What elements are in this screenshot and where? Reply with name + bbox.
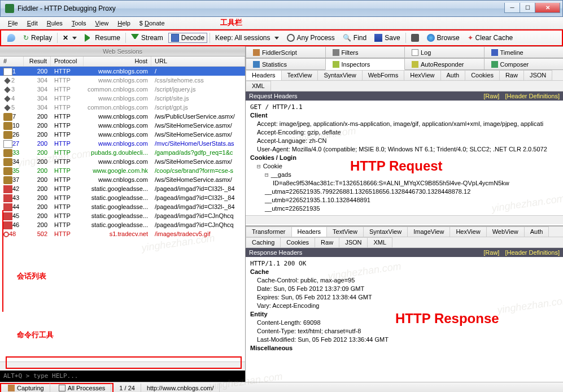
- replay-button[interactable]: ↻Replay: [20, 33, 55, 43]
- resume-button[interactable]: Resume: [82, 33, 123, 43]
- req-hscroll[interactable]: [246, 215, 563, 224]
- sessions-header: # Result Protocol Host URL: [0, 56, 245, 67]
- resp-tab-syntaxview[interactable]: SyntaxView: [363, 227, 408, 237]
- session-row[interactable]: 27200HTTPwww.cnblogs.com/mvc/SiteHome/Us…: [0, 139, 245, 148]
- req-tab-raw[interactable]: Raw: [499, 70, 524, 80]
- resp-tab-raw[interactable]: Raw: [315, 237, 339, 247]
- tab-filters[interactable]: Filters: [325, 46, 405, 58]
- response-tabs-2: Caching Cookies Raw JSON XML: [246, 237, 563, 248]
- menu-rules[interactable]: Rules: [42, 18, 67, 28]
- decode-icon: [171, 34, 179, 42]
- sessions-hscroll[interactable]: [0, 361, 245, 371]
- session-row[interactable]: 26200HTTPwww.cnblogs.com/ws/SiteHomeServ…: [0, 130, 245, 139]
- browse-button[interactable]: Browse: [424, 33, 462, 43]
- req-tab-auth[interactable]: Auth: [440, 70, 466, 80]
- req-tab-textview[interactable]: TextView: [281, 70, 318, 80]
- minimize-button[interactable]: ─: [504, 3, 520, 13]
- raw-link[interactable]: [Raw]: [483, 93, 499, 99]
- session-row[interactable]: 4304HTTPwww.cnblogs.com/script/site.js: [0, 94, 245, 103]
- resp-tab-imageview[interactable]: ImageView: [407, 227, 450, 237]
- sb-allprocesses[interactable]: All Processes: [53, 384, 112, 393]
- tab-statistics[interactable]: Statistics: [246, 58, 326, 69]
- tab-timeline[interactable]: Timeline: [484, 46, 564, 58]
- main-tabs-row2: Statistics Inspectors AutoResponder Comp…: [246, 58, 563, 70]
- session-row[interactable]: 10200HTTPwww.cnblogs.com/ws/SiteHomeServ…: [0, 121, 245, 130]
- maximize-button[interactable]: ☐: [520, 3, 535, 13]
- resp-tab-json[interactable]: JSON: [339, 237, 368, 247]
- resp-tab-caching[interactable]: Caching: [246, 237, 281, 247]
- resp-tab-transformer[interactable]: Transformer: [246, 227, 292, 237]
- session-row[interactable]: 45200HTTPstatic.googleadsse.../pagead/im…: [0, 211, 245, 220]
- inspectors-icon: [333, 61, 339, 68]
- col-result[interactable]: Result: [24, 56, 51, 66]
- session-row[interactable]: 44200HTTPstatic.googleadsse.../pagead/im…: [0, 202, 245, 211]
- menu-file[interactable]: File: [3, 18, 23, 28]
- clear-cache-button[interactable]: ✦Clear Cache: [465, 33, 516, 43]
- close-button[interactable]: ✕: [535, 3, 560, 13]
- tab-inspectors[interactable]: Inspectors: [325, 58, 405, 70]
- resp-tab-cookies[interactable]: Cookies: [280, 237, 315, 247]
- sessions-grid: # Result Protocol Host URL 1200HTTPwww.c…: [0, 56, 245, 361]
- any-process-button[interactable]: Any Process: [284, 33, 338, 43]
- resp-tab-webview[interactable]: WebView: [486, 227, 525, 237]
- tab-autoresponder[interactable]: AutoResponder: [404, 58, 485, 69]
- header-defs-link[interactable]: [Header Definitions]: [505, 93, 560, 99]
- col-host[interactable]: Host: [84, 56, 151, 66]
- req-tab-xml[interactable]: XML: [246, 81, 271, 91]
- col-num[interactable]: #: [0, 56, 24, 66]
- session-row[interactable]: 7200HTTPwww.cnblogs.com/ws/PublicUserSer…: [0, 112, 245, 121]
- req-tab-syntaxview[interactable]: SyntaxView: [317, 70, 362, 80]
- session-row[interactable]: 33200HTTPpubads.g.doublecli.../gampad/ad…: [0, 148, 245, 157]
- resp-tab-hexview[interactable]: HexView: [449, 227, 486, 237]
- tab-composer[interactable]: Composer: [484, 58, 564, 69]
- session-row[interactable]: 2304HTTPwww.cnblogs.com/css/sitehome.css: [0, 76, 245, 85]
- req-tab-headers[interactable]: Headers: [246, 70, 282, 80]
- req-tab-cookies[interactable]: Cookies: [465, 70, 500, 80]
- req-tab-json[interactable]: JSON: [523, 70, 552, 80]
- req-tab-hexview[interactable]: HexView: [404, 70, 440, 80]
- header-defs-link-resp[interactable]: [Header Definitions]: [505, 249, 560, 256]
- menu-help[interactable]: Help: [113, 18, 135, 28]
- decode-button[interactable]: Decode: [168, 33, 207, 43]
- keep-dropdown[interactable]: Keep: All sessions: [212, 33, 281, 43]
- stats-icon: [253, 61, 260, 68]
- main-tabs-row1: FiddlerScript Filters Log Timeline: [246, 46, 563, 58]
- save-button[interactable]: Save: [372, 33, 403, 43]
- command-line[interactable]: ALT+Q > type HELP...: [0, 371, 245, 382]
- session-row[interactable]: 34200HTTPwww.cnblogs.com/ws/SiteHomeServ…: [0, 157, 245, 166]
- remove-button[interactable]: ✕: [60, 33, 80, 43]
- sb-capturing[interactable]: Capturing: [2, 384, 50, 393]
- raw-link-resp[interactable]: [Raw]: [483, 249, 499, 256]
- session-row[interactable]: 37200HTTPwww.cnblogs.com/ws/SiteHomeServ…: [0, 175, 245, 184]
- session-row[interactable]: 5304HTTPcommon.cnblogs.com/script/gpt.js: [0, 103, 245, 112]
- toolbar-container: ↻Replay ✕ Resume Stream Decode Keep: All…: [0, 29, 563, 46]
- session-row[interactable]: 35200HTTPwww.google.com.hk/coop/cse/bran…: [0, 166, 245, 175]
- session-row[interactable]: 46200HTTPstatic.googleadsse.../pagead/im…: [0, 220, 245, 229]
- comment-button[interactable]: [5, 33, 18, 43]
- req-tab-webforms[interactable]: WebForms: [362, 70, 405, 80]
- resp-tab-textview[interactable]: TextView: [326, 227, 364, 237]
- col-url[interactable]: URL: [151, 56, 245, 66]
- tab-log[interactable]: Log: [404, 46, 485, 58]
- session-row[interactable]: 42200HTTPstatic.googleadsse.../pagead/im…: [0, 184, 245, 193]
- screenshot-button[interactable]: [408, 33, 422, 43]
- menu-donate[interactable]: $ Donate: [135, 18, 169, 28]
- window-titlebar: Fiddler - HTTP Debugging Proxy ─ ☐ ✕: [0, 0, 563, 17]
- resp-tab-xml[interactable]: XML: [367, 237, 392, 247]
- menu-tools[interactable]: Tools: [67, 18, 91, 28]
- session-row[interactable]: 3304HTTPcommon.cnblogs.com/script/jquery…: [0, 85, 245, 94]
- col-protocol[interactable]: Protocol: [51, 56, 84, 66]
- request-headers-title: Request Headers [Raw] [Header Definition…: [246, 92, 563, 101]
- menu-edit[interactable]: Edit: [23, 18, 42, 28]
- stream-button[interactable]: Stream: [128, 33, 166, 43]
- tab-fiddlerscript[interactable]: FiddlerScript: [246, 46, 326, 58]
- filter-icon: [333, 49, 339, 56]
- log-icon: [412, 49, 418, 56]
- find-button[interactable]: 🔍Find: [340, 33, 369, 43]
- session-row[interactable]: 1200HTTPwww.cnblogs.com/: [0, 67, 245, 76]
- session-row[interactable]: 48502HTTPs1.tradecv.net/images/tradecv5.…: [0, 229, 245, 238]
- resp-tab-auth[interactable]: Auth: [524, 227, 549, 237]
- resp-tab-headers[interactable]: Headers: [291, 227, 328, 237]
- session-row[interactable]: 43200HTTPstatic.googleadsse.../pagead/im…: [0, 193, 245, 202]
- menu-view[interactable]: View: [91, 18, 114, 28]
